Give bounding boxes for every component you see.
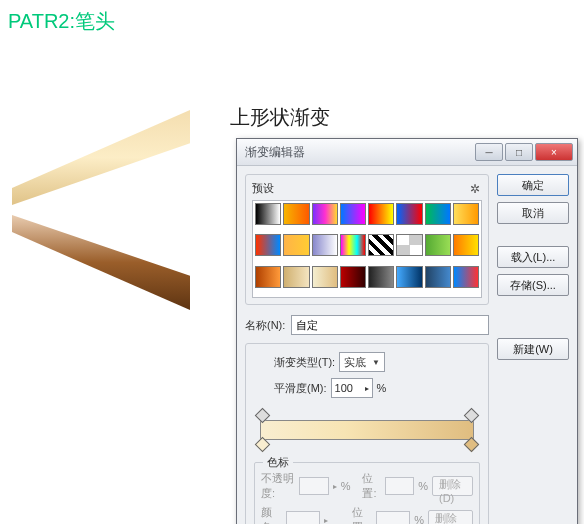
percent-label: % bbox=[377, 382, 387, 394]
preset-swatch[interactable] bbox=[340, 203, 366, 225]
position-label-1: 位置: bbox=[362, 471, 380, 501]
close-button[interactable]: × bbox=[535, 143, 573, 161]
position-label-2: 位置: bbox=[352, 505, 373, 524]
name-input[interactable] bbox=[291, 315, 489, 335]
left-column: 预设 ✲ 名称(N): 渐变类型(T): 实底 ▼ 平滑度(M) bbox=[245, 174, 489, 524]
preset-swatch[interactable] bbox=[255, 203, 281, 225]
presets-panel: 预设 ✲ bbox=[245, 174, 489, 305]
preset-swatch[interactable] bbox=[396, 234, 422, 256]
gradient-type-select[interactable]: 实底 ▼ bbox=[339, 352, 385, 372]
preset-swatch[interactable] bbox=[425, 266, 451, 288]
preset-swatch[interactable] bbox=[255, 234, 281, 256]
preset-swatch-grid[interactable] bbox=[252, 200, 482, 298]
dialog-title: 渐变编辑器 bbox=[245, 144, 475, 161]
preset-swatch[interactable] bbox=[312, 203, 338, 225]
smoothness-value: 100 bbox=[335, 382, 353, 394]
cancel-button[interactable]: 取消 bbox=[497, 202, 569, 224]
preset-swatch[interactable] bbox=[453, 234, 479, 256]
opacity-label: 不透明度: bbox=[261, 471, 295, 501]
gear-icon[interactable]: ✲ bbox=[468, 182, 482, 196]
load-button[interactable]: 载入(L)... bbox=[497, 246, 569, 268]
chevron-down-icon: ▼ bbox=[372, 358, 380, 367]
gradient-options: 渐变类型(T): 实底 ▼ 平滑度(M): 100▸ % bbox=[245, 343, 489, 524]
preset-swatch[interactable] bbox=[425, 234, 451, 256]
preset-swatch[interactable] bbox=[453, 203, 479, 225]
window-controls: ─ □ × bbox=[475, 143, 573, 161]
preset-swatch[interactable] bbox=[368, 203, 394, 225]
preset-swatch[interactable] bbox=[312, 266, 338, 288]
smoothness-label: 平滑度(M): bbox=[274, 381, 327, 396]
stops-fieldset: 色标 不透明度: ▸ % 位置: % 删除(D) 颜色: ▸ 位置: bbox=[254, 462, 480, 524]
preset-swatch[interactable] bbox=[283, 266, 309, 288]
minimize-button[interactable]: ─ bbox=[475, 143, 503, 161]
new-button[interactable]: 新建(W) bbox=[497, 338, 569, 360]
color-input[interactable] bbox=[286, 511, 320, 524]
preset-swatch[interactable] bbox=[283, 234, 309, 256]
percent-2: % bbox=[418, 480, 428, 492]
stops-legend: 色标 bbox=[263, 455, 293, 470]
color-stop-left[interactable] bbox=[255, 437, 271, 453]
wedge-bottom bbox=[12, 215, 190, 310]
preset-swatch[interactable] bbox=[312, 234, 338, 256]
smoothness-input[interactable]: 100▸ bbox=[331, 378, 373, 398]
preset-swatch[interactable] bbox=[396, 266, 422, 288]
right-column: 确定 取消 载入(L)... 存储(S)... 新建(W) bbox=[497, 174, 569, 524]
name-row: 名称(N): bbox=[245, 315, 489, 335]
preset-swatch[interactable] bbox=[283, 203, 309, 225]
gradient-type-value: 实底 bbox=[344, 355, 366, 370]
wedge-top bbox=[12, 110, 190, 205]
preset-swatch[interactable] bbox=[453, 266, 479, 288]
opacity-stop-right[interactable] bbox=[464, 408, 480, 424]
shape-preview bbox=[8, 100, 198, 320]
preset-swatch[interactable] bbox=[340, 234, 366, 256]
name-label: 名称(N): bbox=[245, 318, 285, 333]
maximize-button[interactable]: □ bbox=[505, 143, 533, 161]
preset-swatch[interactable] bbox=[368, 266, 394, 288]
dialog-body: 预设 ✲ 名称(N): 渐变类型(T): 实底 ▼ 平滑度(M) bbox=[237, 166, 577, 524]
section-label: 上形状渐变 bbox=[230, 104, 330, 131]
color-stop-right[interactable] bbox=[464, 437, 480, 453]
page-title: PATR2:笔头 bbox=[0, 0, 584, 35]
color-position-input[interactable] bbox=[376, 511, 410, 524]
delete-opacity-stop-button[interactable]: 删除(D) bbox=[432, 476, 473, 496]
preset-swatch[interactable] bbox=[425, 203, 451, 225]
opacity-input[interactable] bbox=[299, 477, 329, 495]
opacity-stop-left[interactable] bbox=[255, 408, 271, 424]
gradient-bar-wrap bbox=[254, 404, 480, 456]
preset-swatch[interactable] bbox=[368, 234, 394, 256]
preset-swatch[interactable] bbox=[396, 203, 422, 225]
color-label: 颜色: bbox=[261, 505, 282, 524]
gradient-bar[interactable] bbox=[260, 420, 474, 440]
save-button[interactable]: 存储(S)... bbox=[497, 274, 569, 296]
preset-swatch[interactable] bbox=[340, 266, 366, 288]
preset-swatch[interactable] bbox=[255, 266, 281, 288]
spinner-arrow-icon[interactable]: ▸ bbox=[365, 384, 369, 393]
gradient-type-label: 渐变类型(T): bbox=[274, 355, 335, 370]
titlebar[interactable]: 渐变编辑器 ─ □ × bbox=[237, 139, 577, 166]
percent-3: % bbox=[414, 514, 424, 524]
delete-color-stop-button[interactable]: 删除(D) bbox=[428, 510, 473, 524]
ok-button[interactable]: 确定 bbox=[497, 174, 569, 196]
percent-1: % bbox=[341, 480, 351, 492]
opacity-position-input[interactable] bbox=[385, 477, 415, 495]
gradient-editor-dialog: 渐变编辑器 ─ □ × 预设 ✲ 名称(N): 渐变类型(T): bbox=[236, 138, 578, 524]
presets-label: 预设 bbox=[252, 181, 468, 196]
